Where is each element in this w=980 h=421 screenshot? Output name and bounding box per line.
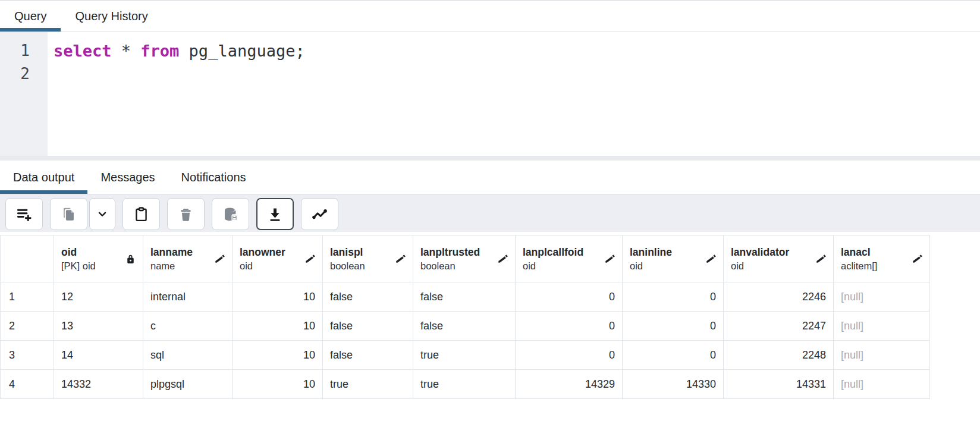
tab-query-label: Query (14, 10, 46, 23)
column-name: lanplcallfoid (523, 245, 583, 259)
column-header-lanplcallfoid[interactable]: lanplcallfoidoid (516, 235, 623, 282)
grid-cell-lanvalidator[interactable]: 2248 (724, 341, 834, 370)
column-type: oid (731, 259, 789, 273)
row-number[interactable]: 3 (1, 341, 54, 370)
tab-messages[interactable]: Messages (87, 161, 168, 194)
column-name: oid (61, 245, 96, 259)
grid-cell-lanpltrusted[interactable]: false (413, 312, 516, 341)
copy-options-button[interactable] (89, 198, 115, 230)
grid-cell-laninline[interactable]: 0 (623, 312, 724, 341)
grid-cell-oid[interactable]: 14332 (54, 370, 143, 399)
grid-cell-lanvalidator[interactable]: 2246 (724, 282, 834, 312)
grid-cell-lanowner[interactable]: 10 (233, 312, 323, 341)
toolbar-button-group (5, 198, 43, 232)
edit-icon (815, 253, 827, 265)
tab-notifications-label: Notifications (181, 171, 246, 184)
grid-cell-lanacl[interactable]: [null] (834, 312, 930, 341)
column-header-lanispl[interactable]: lanisplboolean (323, 235, 413, 282)
panel-splitter[interactable] (0, 156, 980, 161)
grid-cell-lanowner[interactable]: 10 (233, 341, 323, 370)
grid-cell-lanpltrusted[interactable]: false (413, 282, 516, 312)
output-panel-tabbar: Data output Messages Notifications (0, 161, 980, 194)
chevron-down-icon (96, 208, 109, 221)
column-name: lanispl (330, 245, 365, 259)
column-type: name (150, 259, 193, 273)
grid-cell-lanispl[interactable]: true (323, 370, 413, 399)
grid-cell-lanispl[interactable]: false (323, 282, 413, 312)
grid-cell-lanispl[interactable]: false (323, 341, 413, 370)
grid-cell-lanpltrusted[interactable]: true (413, 341, 516, 370)
grid-cell-oid[interactable]: 14 (54, 341, 143, 370)
save-data-changes-button[interactable] (212, 198, 249, 230)
paste-icon (133, 206, 149, 222)
grid-cell-oid[interactable]: 12 (54, 282, 143, 312)
grid-cell-oid[interactable]: 13 (54, 312, 143, 341)
graph-visualiser-button[interactable] (301, 198, 338, 230)
tab-query[interactable]: Query (0, 1, 61, 32)
grid-cell-lanname[interactable]: internal (143, 282, 233, 312)
column-name: lanpltrusted (420, 245, 480, 259)
copy-icon (61, 206, 77, 222)
grid-cell-laninline[interactable]: 0 (623, 282, 724, 312)
row-number[interactable]: 4 (1, 370, 54, 399)
add-row-button[interactable] (5, 198, 43, 230)
grid-cell-lanpltrusted[interactable]: true (413, 370, 516, 399)
results-table: oid[PK] oidlannamenamelanowneroidlanispl… (0, 235, 930, 399)
row-number[interactable]: 2 (1, 312, 54, 341)
edit-icon (911, 253, 924, 265)
grid-cell-lanname[interactable]: sql (143, 341, 233, 370)
save-results-button[interactable] (256, 198, 294, 230)
editor-code-area[interactable]: select * from pg_language; (48, 32, 980, 156)
grid-cell-lanplcallfoid[interactable]: 0 (516, 282, 623, 312)
graph-icon (312, 206, 328, 222)
grid-cell-lanowner[interactable]: 10 (233, 370, 323, 399)
query-panel-tabbar: Query Query History (0, 1, 980, 32)
data-output-grid: oid[PK] oidlannamenamelanowneroidlanispl… (0, 235, 980, 421)
add-row-icon (16, 206, 32, 222)
column-header-lanname[interactable]: lannamename (143, 235, 233, 282)
grid-cell-laninline[interactable]: 14330 (623, 370, 724, 399)
grid-cell-lanplcallfoid[interactable]: 0 (516, 341, 623, 370)
grid-cell-lanvalidator[interactable]: 14331 (724, 370, 834, 399)
grid-cell-lanplcallfoid[interactable]: 14329 (516, 370, 623, 399)
toolbar-button-group (50, 198, 115, 232)
edit-icon (705, 253, 717, 265)
grid-cell-lanname[interactable]: c (143, 312, 233, 341)
grid-cell-lanacl[interactable]: [null] (834, 282, 930, 312)
grid-cell-lanispl[interactable]: false (323, 312, 413, 341)
delete-icon (178, 206, 194, 222)
tab-data-output[interactable]: Data output (0, 161, 87, 194)
delete-rows-button[interactable] (167, 198, 205, 230)
grid-cell-lanplcallfoid[interactable]: 0 (516, 312, 623, 341)
grid-cell-lanacl[interactable]: [null] (834, 341, 930, 370)
column-header-lanacl[interactable]: lanaclaclitem[] (834, 235, 930, 282)
tab-query-history[interactable]: Query History (61, 1, 162, 32)
column-name: lanacl (841, 245, 877, 259)
save-data-icon (222, 206, 238, 222)
grid-cell-lanvalidator[interactable]: 2247 (724, 312, 834, 341)
edit-icon (213, 253, 226, 265)
edit-icon (497, 253, 509, 265)
grid-cell-lanacl[interactable]: [null] (834, 370, 930, 399)
query-tool-window: Query Query History 1 2 select * from pg… (0, 0, 980, 421)
sql-keyword: select (54, 42, 112, 60)
tab-notifications[interactable]: Notifications (168, 161, 259, 194)
paste-rows-button[interactable] (122, 198, 160, 230)
table-row: 314sql10falsetrue002248[null] (1, 341, 930, 370)
column-header-oid[interactable]: oid[PK] oid (54, 235, 143, 282)
column-type: oid (630, 259, 672, 273)
sql-editor[interactable]: 1 2 select * from pg_language; (0, 32, 980, 156)
select-all-corner[interactable] (1, 235, 54, 282)
copy-rows-button[interactable] (50, 198, 87, 230)
column-header-lanpltrusted[interactable]: lanpltrustedboolean (413, 235, 516, 282)
grid-cell-lanowner[interactable]: 10 (233, 282, 323, 312)
grid-cell-lanname[interactable]: plpgsql (143, 370, 233, 399)
column-header-lanvalidator[interactable]: lanvalidatoroid (724, 235, 834, 282)
row-number[interactable]: 1 (1, 282, 54, 312)
grid-cell-laninline[interactable]: 0 (623, 341, 724, 370)
column-type: [PK] oid (61, 259, 96, 273)
toolbar-button-group (167, 198, 205, 232)
column-header-laninline[interactable]: laninlineoid (623, 235, 724, 282)
edit-icon (604, 253, 616, 265)
column-header-lanowner[interactable]: lanowneroid (233, 235, 323, 282)
